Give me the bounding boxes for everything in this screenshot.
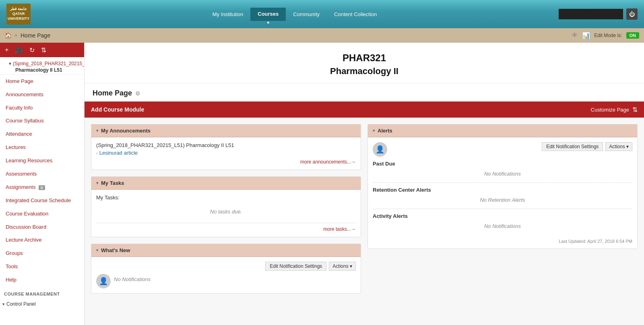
sidebar-refresh-btn[interactable]: ↻ [28, 46, 36, 55]
whats-new-edit-notification-button[interactable]: Edit Notification Settings [265, 262, 326, 271]
user-bar [559, 9, 623, 19]
announcements-module: ▾ My Announcements (Spring_2018_PHAR321_… [91, 124, 361, 170]
page-header: Home Page ⚙ [85, 83, 644, 101]
sidebar-item-lecture-archive[interactable]: Lecture Archive [0, 234, 84, 247]
sidebar-item-faculty-info[interactable]: Faculty Info [0, 101, 84, 115]
page-title: Home Page [93, 89, 132, 97]
home-breadcrumb[interactable]: 🏠 [5, 32, 12, 39]
right-column: ▾ Alerts 👤 Edit Notification Settings Ac… [367, 124, 638, 294]
eye-icon[interactable]: 👁 [572, 32, 578, 39]
chart-icon[interactable]: 📊 [582, 32, 590, 39]
tasks-module: ▾ My Tasks My Tasks: No tasks due. more … [91, 176, 361, 237]
edit-mode-toggle[interactable]: ON [626, 32, 640, 39]
announcements-collapse-arrow[interactable]: ▾ [96, 128, 99, 133]
alerts-edit-notification-button[interactable]: Edit Notification Settings [542, 142, 603, 151]
alerts-module-header: ▾ Alerts [368, 124, 637, 137]
sidebar-item-assignments[interactable]: Assignments ⊞ [0, 181, 84, 194]
sidebar-camera-btn[interactable]: 🎥 [13, 46, 25, 55]
nav-community[interactable]: Community [286, 8, 327, 21]
whats-new-module-header: ▾ What's New [91, 244, 361, 257]
breadcrumb-separator: ▾ [15, 33, 17, 38]
page-settings-icon[interactable]: ⚙ [135, 90, 140, 97]
nav-content-collection[interactable]: Content Collection [327, 8, 384, 21]
add-course-module-button[interactable]: Add Course Module [91, 106, 144, 113]
whats-new-avatar: 👤 [96, 274, 111, 288]
whats-new-collapse-arrow[interactable]: ▾ [96, 248, 99, 253]
announcements-module-body: (Spring_2018_PHAR321_20215_L51) Pharmaco… [91, 137, 361, 170]
whats-new-actions-button[interactable]: Actions ▾ [329, 262, 356, 271]
sidebar-reorder-btn[interactable]: ⇅ [39, 46, 48, 55]
whats-new-button-row: Edit Notification Settings Actions ▾ [96, 262, 356, 271]
course-collapse-arrow[interactable]: ▾ [9, 61, 11, 66]
alerts-collapse-arrow[interactable]: ▾ [373, 128, 375, 133]
alerts-divider-2 [373, 209, 632, 209]
sidebar-item-tools[interactable]: Tools [0, 260, 84, 273]
announcement-item-label: Lesinurad article [99, 150, 138, 156]
tasks-module-body: My Tasks: No tasks due. more tasks...→ [91, 190, 361, 237]
breadcrumb-title: Home Page [21, 32, 50, 39]
sidebar-add-btn[interactable]: + [3, 46, 10, 54]
sidebar-toolbar: + 🎥 ↻ ⇅ [0, 43, 84, 57]
control-panel-arrow: ▾ [2, 302, 5, 307]
customize-page-button[interactable]: Customize Page [591, 107, 629, 113]
whats-new-module: ▾ What's New Edit Notification Settings … [91, 244, 361, 294]
sidebar-item-help[interactable]: Help [0, 273, 84, 287]
alerts-button-row: Edit Notification Settings Actions ▾ [391, 142, 632, 151]
alerts-buttons-area: Edit Notification Settings Actions ▾ [391, 142, 632, 154]
activity-alerts-title: Activity Alerts [373, 213, 632, 219]
course-name: Pharmacology II [93, 66, 636, 77]
top-bar: جامعة قطر QATAR UNIVERSITY My Institutio… [0, 0, 644, 28]
reorder-button[interactable]: ⇅ [632, 106, 638, 114]
sidebar-item-course-syllabus[interactable]: Course Syllabus [0, 114, 84, 128]
sidebar-item-integrated-schedule[interactable]: Integrated Course Schedule [0, 194, 84, 207]
breadcrumb-bar: 🏠 ▾ Home Page 👁 📊 Edit Mode is: ON [0, 28, 644, 43]
sidebar-item-discussion-board[interactable]: Discussion Board [0, 221, 84, 234]
top-navigation: My Institution Courses Community Content… [205, 8, 384, 21]
logo-area: جامعة قطر QATAR UNIVERSITY [6, 4, 31, 25]
more-announcements-link[interactable]: more announcements...→ [96, 159, 356, 165]
course-title-section: PHAR321 Pharmacology II [85, 43, 644, 83]
power-button[interactable]: ⏻ [626, 8, 638, 20]
sidebar-item-groups[interactable]: Groups [0, 247, 84, 260]
sidebar: + 🎥 ↻ ⇅ ▾ (Spring_2018_PHAR321_20215_L51… [0, 43, 85, 325]
retention-alerts-title: Retention Center Alerts [373, 187, 632, 193]
tasks-module-header: ▾ My Tasks [91, 177, 361, 190]
sidebar-item-attendance[interactable]: Attendance [0, 128, 84, 141]
announcements-module-header: ▾ My Announcements [91, 124, 361, 137]
alerts-module-title: Alerts [378, 128, 392, 134]
edit-mode-label: Edit Mode is: [594, 33, 622, 38]
activity-no-notifications: No Notifications [373, 221, 632, 232]
sidebar-item-home-page[interactable]: Home Page [0, 75, 84, 88]
control-panel-row[interactable]: ▾ Control Panel [0, 298, 84, 308]
control-panel-label: Control Panel [6, 301, 36, 307]
nav-courses[interactable]: Courses [250, 8, 286, 21]
sidebar-item-learning-resources[interactable]: Learning Resources [0, 154, 84, 168]
more-tasks-link[interactable]: more tasks...→ [96, 226, 356, 232]
announcement-item-lesinurad[interactable]: › Lesinurad article [96, 150, 356, 156]
nav-my-institution[interactable]: My Institution [205, 8, 251, 21]
last-updated-label: Last Updated: April 27, 2018 6:54 PM [373, 236, 632, 244]
sidebar-item-announcements[interactable]: Announcements [0, 88, 84, 101]
breadcrumb-right-controls: 👁 📊 Edit Mode is: ON [572, 32, 639, 39]
past-due-no-notifications: No Notifications [373, 168, 632, 179]
retention-no-alerts: No Retention Alerts [373, 195, 632, 205]
alerts-module: ▾ Alerts 👤 Edit Notification Settings Ac… [367, 124, 638, 249]
no-tasks-message: No tasks due. [96, 204, 356, 219]
top-right-controls: ⏻ [559, 8, 638, 20]
assignments-badge: ⊞ [39, 185, 45, 190]
sidebar-item-assessments[interactable]: Assessments [0, 168, 84, 181]
course-code: PHAR321 [93, 52, 636, 64]
sidebar-course-header: ▾ (Spring_2018_PHAR321_20215_L51) Pharma… [0, 57, 84, 75]
sidebar-course-name: Pharmacology II L51 [9, 67, 85, 73]
left-column: ▾ My Announcements (Spring_2018_PHAR321_… [91, 124, 361, 294]
action-bar-right: Customize Page ⇅ [591, 106, 638, 114]
sidebar-item-course-evaluation[interactable]: Course Evaluation [0, 207, 84, 221]
alerts-module-body: 👤 Edit Notification Settings Actions ▾ P… [368, 137, 637, 248]
sidebar-course-id: (Spring_2018_PHAR321_20215_L51) [13, 60, 85, 67]
sidebar-item-lectures[interactable]: Lectures [0, 141, 84, 154]
tasks-collapse-arrow[interactable]: ▾ [96, 180, 99, 186]
whats-new-module-body: Edit Notification Settings Actions ▾ 👤 N… [91, 257, 361, 293]
modules-grid: ▾ My Announcements (Spring_2018_PHAR321_… [85, 118, 644, 300]
alerts-actions-button[interactable]: Actions ▾ [605, 142, 632, 151]
whats-new-module-title: What's New [101, 247, 130, 253]
